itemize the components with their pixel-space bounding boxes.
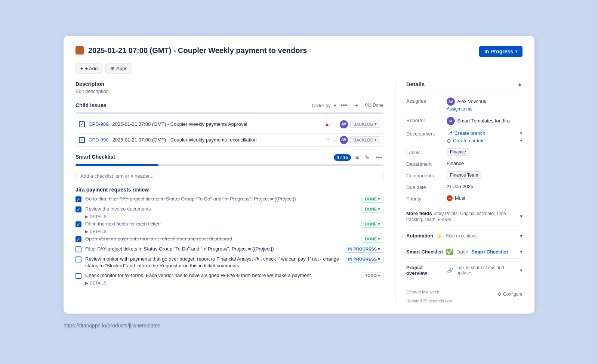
description-edit[interactable]: Edit description bbox=[75, 88, 383, 94]
smart-checklist-section: Smart Checklist 4 / 15 ≡ ✎ ••• Jira paym… bbox=[75, 153, 383, 286]
checklist-checkbox[interactable] bbox=[75, 256, 81, 262]
smart-checklist-icon: ✅ bbox=[446, 248, 453, 255]
checklist-item: ✓ Go to Jira, filter PAY-project tickets… bbox=[75, 196, 383, 203]
details-toggle[interactable]: ▶ DETAILS bbox=[85, 281, 383, 286]
automation-section: Automation ⚡ Rule executions ▾ bbox=[406, 230, 523, 242]
checklist-status-badge[interactable]: DONE ▾ bbox=[361, 221, 383, 228]
open-label: Open bbox=[456, 249, 468, 255]
details-toggle[interactable]: ▶ DETAILS bbox=[85, 229, 383, 234]
child-issues-section: Child issues Order by ▾ ••• ＋ 0% Done ✓ … bbox=[75, 101, 383, 147]
more-fields-row[interactable]: More fields Story Points, Original estim… bbox=[406, 207, 523, 225]
plus-icon: + bbox=[80, 66, 83, 71]
child-issue-text: 2025-01-21 07:00 (GMT) - Coupler Weekly … bbox=[112, 121, 320, 127]
project-overview-title: Project overview bbox=[406, 265, 444, 276]
due-date-row: Due date 21 Jan 2025 bbox=[406, 184, 523, 190]
child-issue-checkbox[interactable]: ✓ bbox=[79, 121, 85, 127]
add-button[interactable]: + + Add bbox=[75, 63, 102, 74]
assignee-value: AV Alex Vovchuk Assign to me bbox=[447, 97, 523, 112]
chevron-down-icon: ▾ bbox=[378, 257, 380, 262]
child-issue-actions: ▲ — AV BACKLOG ▾ bbox=[324, 120, 380, 128]
checklist-checkbox[interactable]: ✓ bbox=[75, 221, 81, 227]
child-issue-id[interactable]: CPD-989 bbox=[89, 121, 108, 127]
labels-tag[interactable]: Finance bbox=[447, 148, 469, 156]
chevron-down-icon: ▾ bbox=[515, 49, 517, 53]
child-issues-add-icon[interactable]: ＋ bbox=[352, 101, 361, 110]
checklist-checkbox[interactable]: ✓ bbox=[75, 206, 81, 212]
child-issues-more-icon[interactable]: ••• bbox=[339, 101, 349, 109]
chevron-down-icon[interactable]: ▾ bbox=[520, 249, 523, 255]
chevron-down-icon: ▾ bbox=[378, 247, 380, 252]
chevron-down-icon: ▾ bbox=[378, 222, 380, 227]
card-body: Description Edit description Child issue… bbox=[75, 81, 523, 303]
checklist-status-badge[interactable]: DONE ▾ bbox=[361, 206, 383, 213]
checklist-item: Review monitor with payments that go ove… bbox=[75, 256, 383, 269]
chevron-down-icon[interactable]: ▾ bbox=[520, 233, 523, 239]
smart-checklist-open-link[interactable]: Smart Checklist bbox=[471, 249, 508, 255]
checklist-status-badge[interactable]: TODO ▾ bbox=[361, 272, 383, 279]
checklist-progress-badge: 4 / 15 bbox=[334, 154, 351, 161]
child-issue-row: ✓ CPD-990 2025-01-21 07:00 (GMT) - Coupl… bbox=[75, 133, 383, 147]
checklist-item: ✓ Open Vendors payments monitor , refres… bbox=[75, 236, 383, 243]
lightning-icon: ⚡ bbox=[436, 233, 443, 239]
commit-icon: ⊙ bbox=[447, 138, 451, 144]
chevron-down-icon: ▾ bbox=[374, 122, 377, 127]
dev-link-inner: ⊙ Create commit bbox=[447, 138, 485, 144]
issue-title-row: 2025-01-21 07:00 (GMT) - Coupler Weekly … bbox=[75, 46, 307, 55]
department-label: Department bbox=[406, 161, 444, 167]
backlog-badge[interactable]: BACKLOG ▾ bbox=[350, 121, 380, 128]
avatar: AV bbox=[340, 120, 348, 128]
apps-button[interactable]: ⊞ Apps bbox=[105, 63, 132, 74]
due-date-label: Due date bbox=[406, 184, 444, 190]
checklist-status-badge[interactable]: DONE ▾ bbox=[361, 196, 383, 203]
gear-icon: ⚙ bbox=[497, 292, 502, 297]
more-fields-text: More fields Story Points, Original estim… bbox=[406, 210, 520, 222]
checklist-edit-icon[interactable]: ✎ bbox=[363, 153, 371, 162]
dash-icon: — bbox=[332, 137, 337, 143]
reporter-row: Reporter SI Smart Templates for Jira bbox=[406, 117, 523, 125]
checklist-item-text: Open Vendors payments monitor , refresh … bbox=[85, 236, 358, 242]
child-issue-checkbox[interactable]: ✓ bbox=[79, 137, 85, 143]
chevron-down-icon: ▾ bbox=[520, 213, 523, 219]
checklist-status-badge[interactable]: DONE ▾ bbox=[361, 236, 383, 243]
backlog-badge[interactable]: BACKLOG ▾ bbox=[350, 136, 380, 143]
checklist-checkbox[interactable] bbox=[75, 273, 81, 279]
create-commit-link[interactable]: ⊙ Create commit ▾ bbox=[447, 138, 523, 144]
development-row: Development ⎇ Create branch ▾ ⊙ bbox=[406, 130, 523, 144]
priority-value: – Must bbox=[447, 195, 523, 201]
child-issue-text: 2025-01-21 07:00 (GMT) - Coupler Weekly … bbox=[112, 137, 323, 143]
department-row: Department Finance bbox=[406, 161, 523, 167]
checklist-status-badge[interactable]: IN PROGRESS ▾ bbox=[345, 256, 383, 263]
smart-checklist-panel-title: Smart Checklist bbox=[406, 249, 443, 255]
child-issue-id[interactable]: CPD-990 bbox=[89, 137, 108, 143]
checklist-filter-icon[interactable]: ≡ bbox=[354, 153, 360, 162]
assign-me-link[interactable]: Assign to me bbox=[447, 106, 523, 112]
child-issues-controls: Order by ▾ ••• ＋ 0% Done bbox=[312, 101, 383, 110]
components-tag[interactable]: Finance Team bbox=[447, 171, 481, 179]
smart-checklist-panel-left: Smart Checklist ✅ Open Smart Checklist bbox=[406, 248, 508, 255]
configure-button[interactable]: ⚙ Configure bbox=[497, 292, 523, 297]
issue-card: 2025-01-21 07:00 (GMT) - Coupler Weekly … bbox=[64, 36, 534, 314]
checklist-checkbox[interactable]: ✓ bbox=[75, 236, 81, 242]
chevron-down-icon[interactable]: ▾ bbox=[520, 267, 523, 273]
priority-label: Priority bbox=[406, 195, 444, 202]
child-issue-actions: ≡ — AV BACKLOG ▾ bbox=[326, 136, 380, 144]
create-branch-link[interactable]: ⎇ Create branch ▾ bbox=[447, 130, 523, 136]
dash-icon: — bbox=[332, 121, 337, 127]
labels-value: Finance bbox=[447, 149, 523, 155]
checklist-more-icon[interactable]: ••• bbox=[374, 153, 383, 162]
checklist-item: ✓ Fill in the next fields for each ticke… bbox=[75, 221, 383, 228]
details-toggle[interactable]: ▶ DETAILS bbox=[85, 214, 383, 219]
priority-med-icon: ≡ bbox=[326, 137, 330, 143]
description-section: Description Edit description bbox=[75, 81, 383, 94]
project-overview-left: Project overview 🔗 Link to share status … bbox=[406, 265, 520, 276]
status-button[interactable]: In Progress ▾ bbox=[479, 46, 523, 57]
checklist-item: Check monitor for W-forms. Each vendor h… bbox=[75, 272, 383, 279]
labels-row: Labels Finance bbox=[406, 149, 523, 155]
checklist-status-badge[interactable]: IN PROGRESS ▾ bbox=[345, 246, 383, 253]
checklist-add-input[interactable] bbox=[75, 170, 383, 182]
chevron-down-icon: ▾ bbox=[378, 273, 380, 278]
checklist-checkbox[interactable]: ✓ bbox=[75, 196, 81, 202]
collapse-icon[interactable]: ▲ bbox=[517, 81, 523, 87]
priority-row: Priority – Must bbox=[406, 195, 523, 202]
checklist-checkbox[interactable] bbox=[75, 246, 81, 252]
